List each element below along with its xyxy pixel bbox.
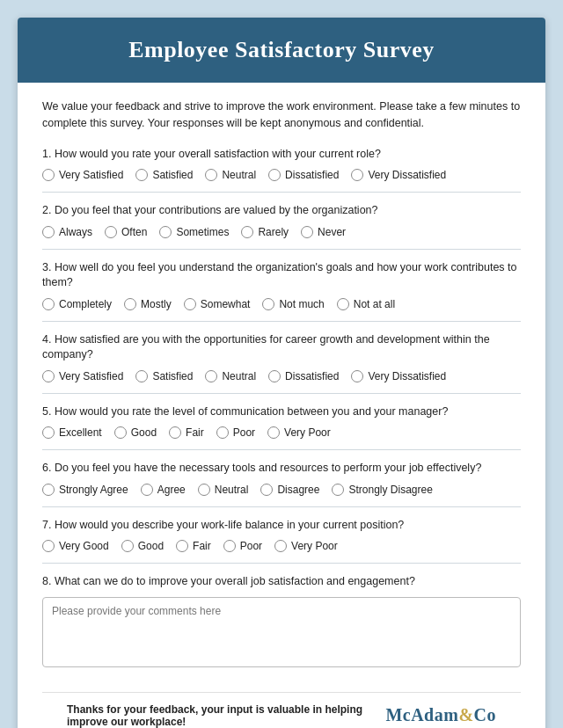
option-label: Disagree: [277, 484, 319, 496]
option-7-4[interactable]: Poor: [223, 540, 262, 552]
option-6-2[interactable]: Agree: [141, 484, 186, 496]
option-label: Somewhat: [201, 298, 251, 310]
option-4-2[interactable]: Satisfied: [135, 370, 193, 382]
option-label: Dissatisfied: [285, 169, 339, 181]
option-7-2[interactable]: Good: [121, 540, 164, 552]
radio-circle: [301, 226, 313, 238]
radio-circle: [351, 169, 363, 181]
option-5-3[interactable]: Fair: [169, 426, 204, 439]
radio-circle: [42, 426, 55, 439]
option-7-3[interactable]: Fair: [176, 540, 211, 552]
radio-circle: [260, 484, 273, 496]
survey-intro: We value your feedback and strive to imp…: [42, 98, 521, 133]
questions-container: 1. How would you rate your overall satis…: [42, 147, 521, 681]
footer-message: Thanks for your feedback, your input is …: [67, 703, 385, 728]
question-text-8: 8. What can we do to improve your overal…: [42, 574, 521, 590]
option-2-1[interactable]: Always: [42, 226, 92, 238]
radio-circle: [169, 426, 181, 439]
option-label: Never: [318, 226, 346, 238]
textarea-wrapper: [42, 597, 521, 671]
options-row-1: Very SatisfiedSatisfiedNeutralDissatisfi…: [42, 169, 521, 181]
question-block-7: 7. How would you describe your work-life…: [42, 518, 521, 564]
question-text-3: 3. How well do you feel you understand t…: [42, 260, 521, 291]
question-text-6: 6. Do you feel you have the necessary to…: [42, 461, 521, 477]
option-4-1[interactable]: Very Satisfied: [42, 370, 123, 382]
option-1-5[interactable]: Very Dissatisfied: [351, 169, 446, 181]
question-block-6: 6. Do you feel you have the necessary to…: [42, 461, 521, 507]
option-6-1[interactable]: Strongly Agree: [42, 484, 128, 496]
radio-circle: [262, 298, 274, 310]
option-label: Very Dissatisfied: [368, 370, 446, 382]
option-5-4[interactable]: Poor: [216, 426, 255, 439]
option-6-3[interactable]: Neutral: [198, 484, 249, 496]
radio-circle: [351, 370, 363, 382]
question-block-1: 1. How would you rate your overall satis…: [42, 147, 521, 193]
option-7-5[interactable]: Very Poor: [274, 540, 338, 552]
option-label: Very Good: [59, 540, 109, 552]
option-label: Fair: [193, 540, 211, 552]
radio-circle: [42, 298, 55, 310]
option-label: Neutral: [222, 370, 256, 382]
option-label: Strongly Disagree: [348, 484, 432, 496]
option-1-3[interactable]: Neutral: [205, 169, 256, 181]
option-1-1[interactable]: Very Satisfied: [42, 169, 123, 181]
radio-circle: [105, 226, 117, 238]
comments-textarea[interactable]: [42, 597, 521, 667]
option-label: Neutral: [222, 169, 256, 181]
option-label: Very Poor: [291, 540, 338, 552]
question-block-4: 4. How satisfied are you with the opport…: [42, 332, 521, 394]
radio-circle: [141, 484, 153, 496]
radio-circle: [274, 540, 287, 552]
option-1-4[interactable]: Dissatisfied: [268, 169, 339, 181]
option-label: Excellent: [59, 426, 102, 439]
radio-circle: [42, 226, 55, 238]
option-5-2[interactable]: Good: [114, 426, 157, 439]
option-1-2[interactable]: Satisfied: [135, 169, 193, 181]
option-2-2[interactable]: Often: [105, 226, 147, 238]
option-label: Neutral: [215, 484, 249, 496]
options-row-7: Very GoodGoodFairPoorVery Poor: [42, 540, 521, 552]
option-3-2[interactable]: Mostly: [124, 298, 172, 310]
option-5-5[interactable]: Very Poor: [267, 426, 331, 439]
radio-circle: [114, 426, 127, 439]
options-row-2: AlwaysOftenSometimesRarelyNever: [42, 226, 521, 238]
option-3-1[interactable]: Completely: [42, 298, 112, 310]
radio-circle: [205, 370, 217, 382]
option-4-5[interactable]: Very Dissatisfied: [351, 370, 446, 382]
radio-circle: [159, 226, 172, 238]
option-3-4[interactable]: Not much: [262, 298, 324, 310]
option-7-1[interactable]: Very Good: [42, 540, 109, 552]
radio-circle: [135, 169, 148, 181]
survey-title: Employee Satisfactory Survey: [44, 37, 519, 63]
option-label: Sometimes: [176, 226, 229, 238]
option-2-3[interactable]: Sometimes: [159, 226, 229, 238]
option-4-3[interactable]: Neutral: [205, 370, 256, 382]
question-block-3: 3. How well do you feel you understand t…: [42, 260, 521, 322]
question-block-2: 2. Do you feel that your contributions a…: [42, 203, 521, 250]
option-3-5[interactable]: Not at all: [337, 298, 395, 310]
radio-circle: [205, 169, 217, 181]
option-2-5[interactable]: Never: [301, 226, 346, 238]
option-5-1[interactable]: Excellent: [42, 426, 102, 439]
radio-circle: [267, 426, 280, 439]
option-label: Poor: [233, 426, 255, 439]
option-label: Good: [138, 540, 164, 552]
option-6-4[interactable]: Disagree: [260, 484, 319, 496]
option-6-5[interactable]: Strongly Disagree: [332, 484, 432, 496]
radio-circle: [42, 370, 55, 382]
option-label: Very Poor: [284, 426, 331, 439]
option-label: Not at all: [354, 298, 395, 310]
options-row-3: CompletelyMostlySomewhatNot muchNot at a…: [42, 298, 521, 310]
option-label: Agree: [157, 484, 186, 496]
option-2-4[interactable]: Rarely: [241, 226, 289, 238]
options-row-6: Strongly AgreeAgreeNeutralDisagreeStrong…: [42, 484, 521, 496]
option-label: Satisfied: [152, 370, 193, 382]
survey-footer: Thanks for your feedback, your input is …: [42, 692, 521, 728]
survey-body: We value your feedback and strive to imp…: [18, 83, 545, 728]
option-label: Mostly: [141, 298, 172, 310]
radio-circle: [223, 540, 236, 552]
option-4-4[interactable]: Dissatisfied: [268, 370, 339, 382]
option-3-3[interactable]: Somewhat: [184, 298, 251, 310]
option-label: Poor: [240, 540, 262, 552]
radio-circle: [337, 298, 349, 310]
